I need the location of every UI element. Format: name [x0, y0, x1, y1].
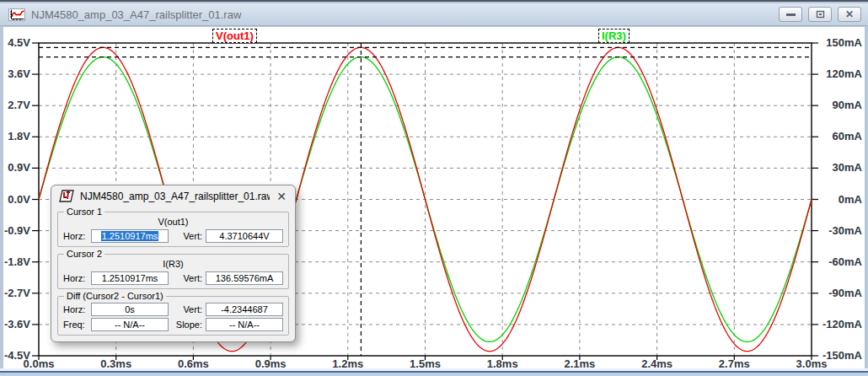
- diff-slope-label: Slope:: [169, 320, 202, 330]
- cursor2-legend: Cursor 2: [64, 249, 104, 259]
- dialog-close-icon[interactable]: ✕: [276, 191, 287, 202]
- diff-legend: Diff (Cursor2 - Cursor1): [64, 291, 166, 301]
- diff-slope-input[interactable]: -- N/A--: [206, 318, 283, 331]
- diff-horz-input[interactable]: 0s: [91, 303, 169, 316]
- diff-freq-label: Freq:: [63, 320, 91, 330]
- cursor2-vert-input[interactable]: 136.59576mA: [206, 271, 283, 285]
- diff-freq-input[interactable]: -- N/A--: [91, 318, 169, 331]
- trace-label-vout1[interactable]: V(out1): [212, 29, 257, 43]
- cursor-dialog-titlebar[interactable]: NJM4580_amp_03_A47_railsplitter_01.raw ✕: [51, 185, 295, 207]
- trace-label-ir3[interactable]: I(R3): [598, 29, 630, 43]
- cursor2-trace-name: I(R3): [63, 259, 283, 270]
- cursor2-group: Cursor 2 I(R3) Horz: 1.2510917ms Vert: 1…: [57, 249, 289, 289]
- cursor1-horz-label: Horz:: [63, 231, 91, 241]
- cursor2-vert-label: Vert:: [169, 273, 202, 283]
- cursor2-horz-input[interactable]: 1.2510917ms: [91, 271, 169, 285]
- cursor1-group: Cursor 1 V(out1) Horz: 1.2510917ms Vert:…: [57, 207, 289, 247]
- diff-vert-label: Vert:: [169, 304, 202, 314]
- ltspice-waveform-window: NJM4580_amp_03_A47_railsplitter_01.raw ✕…: [0, 0, 868, 376]
- diff-vert-input[interactable]: -4.2344687: [206, 303, 283, 316]
- cursor-dialog-title: NJM4580_amp_03_A47_railsplitter_01.raw: [80, 191, 270, 202]
- selected-text: 1.2510917ms: [101, 231, 159, 241]
- diff-group: Diff (Cursor2 - Cursor1) Horz: 0s Vert: …: [57, 291, 289, 336]
- cursor1-legend: Cursor 1: [64, 207, 104, 217]
- cursor2-horz-label: Horz:: [63, 273, 91, 283]
- cursor1-vert-input[interactable]: 4.3710644V: [206, 229, 283, 243]
- cursor1-horz-input[interactable]: 1.2510917ms: [91, 229, 169, 243]
- cursor-dialog[interactable]: NJM4580_amp_03_A47_railsplitter_01.raw ✕…: [51, 185, 296, 342]
- cursor1-vert-label: Vert:: [169, 231, 202, 241]
- ltspice-logo-icon: [59, 190, 74, 202]
- cursor1-trace-name: V(out1): [63, 217, 283, 228]
- diff-horz-label: Horz:: [63, 304, 91, 314]
